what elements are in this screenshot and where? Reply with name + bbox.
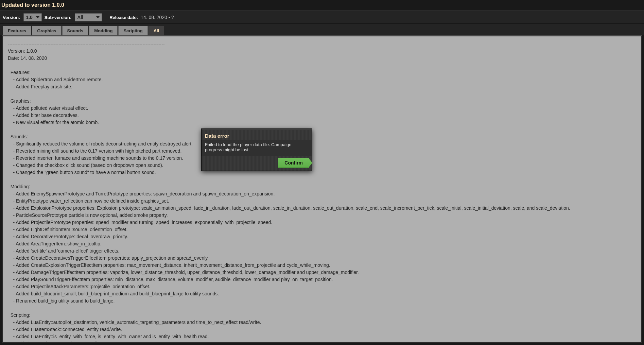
dialog-title: Data error [202, 129, 312, 140]
release-date-value: 14. 08. 2020 - ? [141, 15, 174, 20]
version-dropdown[interactable]: 1.0 [23, 13, 41, 21]
release-date-label: Release date: [109, 15, 138, 20]
tab-strip: Features Graphics Sounds Modding Scripti… [0, 24, 644, 35]
subversion-dropdown[interactable]: All [75, 13, 102, 21]
tab-scripting[interactable]: Scripting [118, 26, 147, 35]
chevron-down-icon [36, 16, 39, 18]
error-dialog: Data error Failed to load the player dat… [201, 128, 312, 171]
changelog-frame: ----------------------------------------… [2, 35, 642, 343]
page-title: Updated to version 1.0.0 [0, 0, 644, 11]
filter-bar: Version: 1.0 Sub-version: All Release da… [0, 11, 644, 24]
version-dropdown-value: 1.0 [26, 15, 32, 20]
tab-sounds[interactable]: Sounds [62, 26, 89, 35]
tab-modding[interactable]: Modding [89, 26, 118, 35]
subversion-label: Sub-version: [45, 15, 71, 20]
dialog-footer: Confirm [202, 156, 312, 171]
chevron-down-icon [96, 16, 100, 18]
tab-graphics[interactable]: Graphics [32, 26, 61, 35]
dialog-body: Failed to load the player data file. Cam… [202, 140, 312, 156]
tab-all[interactable]: All [149, 26, 164, 35]
subversion-dropdown-value: All [77, 15, 83, 20]
changelog-text[interactable]: ----------------------------------------… [3, 36, 641, 342]
confirm-button[interactable]: Confirm [278, 158, 309, 168]
tab-features[interactable]: Features [3, 26, 31, 35]
version-label: Version: [3, 15, 20, 20]
